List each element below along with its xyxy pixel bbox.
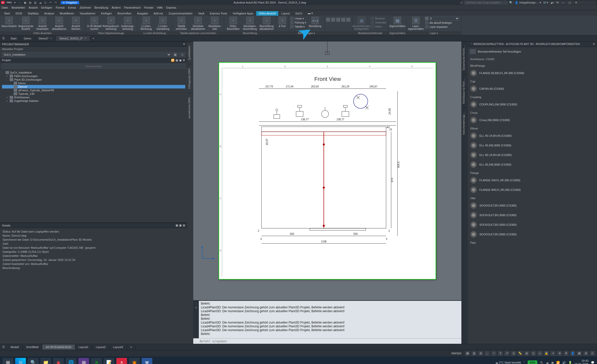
palette-item[interactable]: FLANGE WN,FL,RF,300 (CS300) [468, 185, 597, 195]
saveas-icon[interactable]: ▥ [33, 1, 37, 4]
menu-zeichnen[interactable]: Zeichnen [79, 6, 91, 9]
palette-item[interactable]: Cross,SW,3000 (CS300) [468, 115, 597, 125]
palette-item[interactable]: SOCKOLET,BV,3000 (CS300) [468, 230, 597, 239]
power-icon[interactable]: 🔌 [540, 361, 543, 364]
layout-tab[interactable]: Layout2 [92, 345, 110, 350]
open-icon[interactable]: ▣ [23, 1, 27, 4]
menu-express[interactable]: Express [166, 6, 176, 9]
ribbon-tab[interactable]: SuCri [293, 11, 305, 16]
ribbon-tab[interactable]: Modellieren [57, 11, 77, 16]
palette-item[interactable]: FLANGE SW,FL,RF,300 (CS300) [468, 175, 597, 185]
ribbon-button[interactable]: ▫Ansicht löschen [68, 17, 83, 30]
palette-side-tab[interactable]: Instrumentierungs… [462, 108, 468, 139]
palette-item[interactable]: ELL 45,SW,3000 (CS300) [468, 141, 597, 150]
details-icon[interactable]: ▥ [183, 224, 185, 227]
palette-item[interactable]: ELL 90,SW,3000 (CS300) [468, 160, 597, 169]
eject-icon[interactable]: ⏏ [551, 361, 554, 364]
taskbar-app[interactable]: ▦ [3, 358, 13, 364]
help-icon[interactable]: ?▾ [556, 1, 559, 4]
dim-tool-icon[interactable] [326, 18, 330, 22]
project-select[interactable]: SuCri_Installation [2, 52, 171, 57]
ribbon-tab[interactable]: Ausgabe [135, 11, 151, 16]
ribbon-button[interactable]: ▫Rohrausbruch-werkzeug [103, 17, 119, 30]
palette-item[interactable]: SOCKOLET,BV,3000 (CS300) [468, 220, 597, 230]
cloud-icon[interactable]: ☁ [38, 1, 42, 4]
ribbon-tab[interactable]: Vault [196, 11, 207, 16]
palette-item[interactable]: FLANGE BLIND,FL,RF,300 (CS300) [468, 68, 597, 78]
menu-ändern[interactable]: Ändern [112, 6, 121, 9]
status-icon[interactable]: ⊞ [478, 351, 483, 356]
status-icon[interactable]: ☍ [504, 351, 509, 356]
palette-close-icon[interactable]: ✕ [593, 42, 595, 46]
status-icon[interactable]: ☰ [590, 351, 595, 356]
tree-node[interactable]: siFramo_Typicals_StützeF80 [2, 88, 185, 92]
status-icon[interactable]: ▦ [577, 351, 582, 356]
ribbon-tab[interactable]: Layout [279, 11, 292, 16]
ribbon-expand-icon[interactable]: ▬ ▾ [305, 11, 315, 16]
menu-ansicht[interactable]: Ansicht [29, 6, 38, 9]
layout-tab[interactable]: Layout3 [110, 345, 127, 350]
tree-node[interactable]: Demo2 [2, 85, 185, 88]
taskbar-app[interactable]: 🌐 [66, 358, 76, 364]
status-icon[interactable]: ▭ [537, 351, 542, 356]
user-menu[interactable]: 👤 IntegaDesign… ▾ [515, 1, 541, 4]
dim-tool-icon[interactable] [341, 18, 345, 22]
vertical-tab[interactable]: Isometrische DWG [187, 93, 193, 123]
ribbon-button[interactable]: ▫Stücklisten-liste [207, 17, 222, 30]
search-icon[interactable]: 🔍 [509, 1, 513, 4]
status-icon[interactable]: ▦ [465, 351, 470, 356]
layer-current-button[interactable]: Als aktuell festlegen [425, 21, 459, 25]
print-icon[interactable]: ⎙ [44, 1, 47, 4]
status-icon[interactable]: 📏 [518, 351, 523, 356]
ribbon-button[interactable]: ▫Beschriftung aktualisieren [259, 17, 274, 30]
cmd-handle-icon[interactable]: ⋮ [195, 302, 198, 305]
ribbon-tab[interactable]: Ortho-Ansicht [256, 11, 278, 16]
tree-node[interactable]: + Zugehörige Dateien [2, 99, 185, 103]
viewport-config-button[interactable]: ▦Ansichtsfenster-konfiguration [354, 17, 369, 30]
taskbar-app[interactable]: A [116, 358, 127, 364]
ribbon-tab[interactable]: Stahlbau [25, 11, 41, 16]
volume-icon[interactable]: 🔊 [562, 361, 566, 364]
ribbon-button[interactable]: ▫Isolierungs-werkzeug [120, 17, 135, 30]
details-icon[interactable]: ▦ [176, 224, 178, 227]
taskbar-app[interactable]: 📝 [104, 358, 114, 364]
cmd-close-icon[interactable]: ✕ [195, 306, 197, 309]
undo-icon[interactable]: ↶ [49, 1, 52, 4]
wifi-icon[interactable]: 📶 [556, 361, 560, 364]
battery-indicator[interactable]: 93% [528, 360, 537, 364]
ribbon-button[interactable]: ▫1-Linien-Werkzeug [139, 17, 154, 30]
ribbon-tab[interactable]: Verfügbare Apps [230, 11, 256, 16]
status-icon[interactable]: ▤ [524, 351, 529, 356]
ribbon-button[interactable]: ▫Tabelle einrichten [174, 17, 189, 30]
dimension-button[interactable]: ⟷Bemaßung [308, 17, 323, 28]
ribbon-button[interactable]: ▫Ansicht aktualisieren [52, 17, 67, 30]
tree-node[interactable]: - SuCri_Installation [2, 71, 185, 74]
clock[interactable]: 19:4316.01.2025 [574, 359, 588, 364]
ribbon-small-button[interactable]: Holen [371, 25, 387, 28]
add-custom-part-button[interactable]: Benutzerdefiniertes Teil hinzufügen [468, 47, 597, 56]
vertical-tab[interactable]: Orthogonale DWG [187, 64, 193, 93]
status-icon[interactable]: ∟ [485, 351, 490, 356]
ribbon-tab[interactable]: Zusammenarbeiten [166, 11, 195, 16]
tree-node[interactable]: Demo [2, 81, 185, 85]
autodesk-icon[interactable]: ◮▾ [550, 1, 554, 4]
ribbon-button[interactable]: ▫Neue Ansicht [2, 17, 17, 28]
layout-tab[interactable]: A2-INTEGADESIGN [42, 345, 75, 350]
ribbon-button[interactable]: ▫In 3D-Modell suchen [87, 17, 102, 30]
add-layout-button[interactable]: + [127, 345, 136, 350]
tree-node[interactable]: + Rohrklassen [2, 96, 185, 99]
onedrive-icon[interactable]: ☁ [546, 361, 549, 364]
status-icon[interactable]: ▥ [472, 351, 477, 356]
taskbar-app[interactable]: ⊞ [15, 358, 26, 364]
menu-bearbeiten[interactable]: Bearbeiten [12, 6, 25, 9]
status-icon[interactable]: ↯ [498, 351, 503, 356]
menu-fenster[interactable]: Fenster [144, 6, 154, 9]
project-search[interactable] [2, 64, 185, 69]
taskbar-app[interactable]: 📁 [40, 358, 51, 364]
ribbon-button[interactable]: ▫1-Linien-Darstellung [155, 17, 170, 30]
menu-format[interactable]: Format [56, 6, 65, 9]
ribbon-small-button[interactable]: Tabelle ▾ [290, 25, 306, 28]
tray-chevron-icon[interactable]: ˄ [524, 361, 525, 364]
status-icon[interactable]: 👤 [570, 351, 575, 356]
dim-tool-icon[interactable] [336, 18, 340, 22]
